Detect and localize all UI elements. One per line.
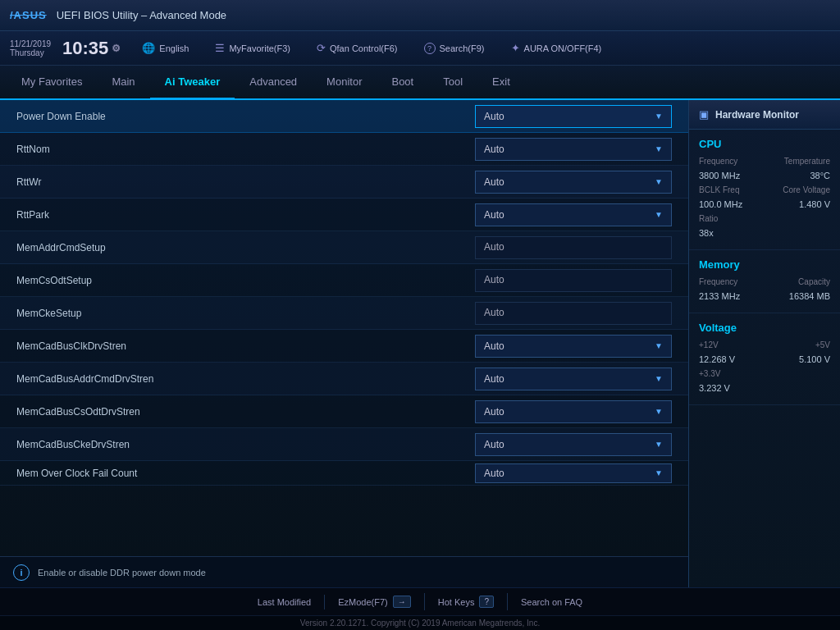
table-row[interactable]: MemCkeSetup Auto (0, 297, 688, 330)
setting-control-memaddrcmd[interactable]: Auto (475, 236, 672, 259)
table-row[interactable]: MemCadBusCkeDrvStren Auto ▼ (0, 428, 688, 461)
dropdown-memcadbusaddr[interactable]: Auto ▼ (475, 368, 672, 390)
ezmode-arrow-icon: → (393, 596, 411, 608)
hw-monitor-title: Hardware Monitor (715, 109, 799, 121)
textfield-memcsodt: Auto (475, 269, 672, 292)
nav-tool[interactable]: Tool (428, 66, 477, 100)
nav-main[interactable]: Main (97, 66, 149, 100)
qfan-button[interactable]: ⟳ Qfan Control(F6) (312, 39, 403, 57)
myfavorite-button[interactable]: ☰ MyFavorite(F3) (210, 39, 295, 57)
setting-control-power-down[interactable]: Auto ▼ (475, 105, 672, 128)
setting-label-memcadbuscke: MemCadBusCkeDrvStren (16, 439, 475, 450)
last-modified-button[interactable]: Last Modified (244, 595, 325, 609)
setting-control-memcadbuscke[interactable]: Auto ▼ (475, 433, 672, 456)
chevron-down-icon: ▼ (655, 144, 663, 153)
hw-row: 100.0 MHz 1.480 V (699, 199, 830, 209)
textfield-memcke: Auto (475, 302, 672, 325)
table-row[interactable]: MemAddrCmdSetup Auto (0, 231, 688, 264)
setting-label-rttnom: RttNom (16, 144, 475, 155)
chevron-down-icon: ▼ (655, 468, 663, 477)
setting-control-rttnom[interactable]: Auto ▼ (475, 138, 672, 161)
dropdown-memoverclock[interactable]: Auto ▼ (475, 463, 672, 483)
mem-freq-label: Frequency (699, 277, 737, 286)
chevron-down-icon: ▼ (655, 374, 663, 383)
table-row[interactable]: MemCsOdtSetup Auto (0, 264, 688, 297)
aura-button[interactable]: ✦ AURA ON/OFF(F4) (506, 39, 607, 57)
ezmode-button[interactable]: EzMode(F7) → (325, 593, 425, 610)
setting-control-memcsodt[interactable]: Auto (475, 269, 672, 292)
setting-control-rttwr[interactable]: Auto ▼ (475, 171, 672, 194)
search-faq-button[interactable]: Search on FAQ (508, 595, 596, 609)
footer-area: Last Modified EzMode(F7) → Hot Keys ? Se… (0, 587, 840, 630)
dropdown-memcadbusclk[interactable]: Auto ▼ (475, 335, 672, 358)
v12-value: 12.268 V (699, 354, 735, 364)
hw-row: 38x (699, 228, 830, 238)
settings-gear-icon[interactable]: ⚙ (112, 43, 121, 53)
hw-row: 3800 MHz 38°C (699, 171, 830, 180)
table-row[interactable]: Power Down Enable Auto ▼ (0, 100, 688, 133)
table-row[interactable]: RttNom Auto ▼ (0, 133, 688, 166)
freq-label: Frequency (699, 157, 737, 166)
version-text: Version 2.20.1271. Copyright (C) 2019 Am… (0, 615, 840, 630)
monitor-icon: ▣ (699, 108, 709, 121)
qfan-icon: ⟳ (317, 42, 326, 54)
dropdown-rttnom[interactable]: Auto ▼ (475, 138, 672, 161)
nav-boot[interactable]: Boot (377, 66, 428, 100)
table-row[interactable]: RttWr Auto ▼ (0, 166, 688, 199)
search-button[interactable]: ? Search(F9) (419, 40, 490, 57)
chevron-down-icon: ▼ (655, 407, 663, 416)
hw-monitor-panel: ▣ Hardware Monitor CPU Frequency Tempera… (688, 100, 840, 587)
setting-control-memcadbusclk[interactable]: Auto ▼ (475, 335, 672, 358)
setting-control-memcadbuscsodt[interactable]: Auto ▼ (475, 400, 672, 423)
dropdown-power-down[interactable]: Auto ▼ (475, 105, 672, 128)
table-row[interactable]: RttPark Auto ▼ (0, 199, 688, 231)
toolbar: 11/21/2019 Thursday 10:35 ⚙ 🌐 English ☰ … (0, 31, 840, 66)
setting-control-rttpark[interactable]: Auto ▼ (475, 203, 672, 226)
asus-logo: /ASUS (10, 9, 47, 21)
table-row[interactable]: MemCadBusCsOdtDrvStren Auto ▼ (0, 395, 688, 428)
nav-exit[interactable]: Exit (477, 66, 525, 100)
setting-label-memaddrcmd: MemAddrCmdSetup (16, 242, 475, 253)
footer-bar: Last Modified EzMode(F7) → Hot Keys ? Se… (0, 587, 840, 615)
setting-label-memoverclock: Mem Over Clock Fail Count (16, 468, 475, 479)
nav-ai-tweaker[interactable]: Ai Tweaker (150, 66, 235, 100)
table-row[interactable]: MemCadBusClkDrvStren Auto ▼ (0, 330, 688, 363)
dropdown-rttwr[interactable]: Auto ▼ (475, 171, 672, 194)
settings-list: Power Down Enable Auto ▼ RttNom Auto (0, 100, 688, 556)
search-help-icon: ? (424, 43, 436, 54)
setting-control-memoverclock[interactable]: Auto ▼ (475, 463, 672, 483)
cpu-section: CPU Frequency Temperature 3800 MHz 38°C … (689, 130, 840, 250)
setting-control-memcke[interactable]: Auto (475, 302, 672, 325)
table-row[interactable]: MemCadBusAddrCmdDrvStren Auto ▼ (0, 363, 688, 395)
status-bar: i Enable or disable DDR power down mode (0, 556, 688, 587)
memory-section: Memory Frequency Capacity 2133 MHz 16384… (689, 250, 840, 313)
nav-my-favorites[interactable]: My Favorites (7, 66, 97, 100)
setting-control-memcadbusaddr[interactable]: Auto ▼ (475, 368, 672, 390)
v33-value: 3.232 V (699, 383, 730, 393)
nav-monitor[interactable]: Monitor (312, 66, 377, 100)
settings-panel: Power Down Enable Auto ▼ RttNom Auto (0, 100, 688, 587)
nav-bar: My Favorites Main Ai Tweaker Advanced Mo… (0, 66, 840, 100)
aura-icon: ✦ (511, 42, 520, 54)
corev-value: 1.480 V (799, 199, 830, 209)
chevron-down-icon: ▼ (655, 177, 663, 186)
hw-row: +3.3V (699, 369, 830, 378)
language-selector[interactable]: 🌐 English (137, 39, 194, 57)
hw-row: Frequency Temperature (699, 157, 830, 166)
hotkeys-button[interactable]: Hot Keys ? (425, 593, 508, 610)
hw-row: 2133 MHz 16384 MB (699, 291, 830, 301)
temp-label: Temperature (784, 157, 830, 166)
dropdown-memcadbuscke[interactable]: Auto ▼ (475, 433, 672, 456)
hw-row: 3.232 V (699, 383, 830, 393)
chevron-down-icon: ▼ (655, 112, 663, 121)
v12-label: +12V (699, 340, 719, 349)
textfield-memaddrcmd: Auto (475, 236, 672, 259)
dropdown-rttpark[interactable]: Auto ▼ (475, 203, 672, 226)
dropdown-memcadbuscsodt[interactable]: Auto ▼ (475, 400, 672, 423)
voltage-section-title: Voltage (699, 322, 830, 334)
v33-label: +3.3V (699, 369, 720, 378)
table-row[interactable]: Mem Over Clock Fail Count Auto ▼ (0, 461, 688, 486)
nav-advanced[interactable]: Advanced (235, 66, 312, 100)
ratio-label: Ratio (699, 214, 718, 223)
setting-label-memcke: MemCkeSetup (16, 308, 475, 319)
